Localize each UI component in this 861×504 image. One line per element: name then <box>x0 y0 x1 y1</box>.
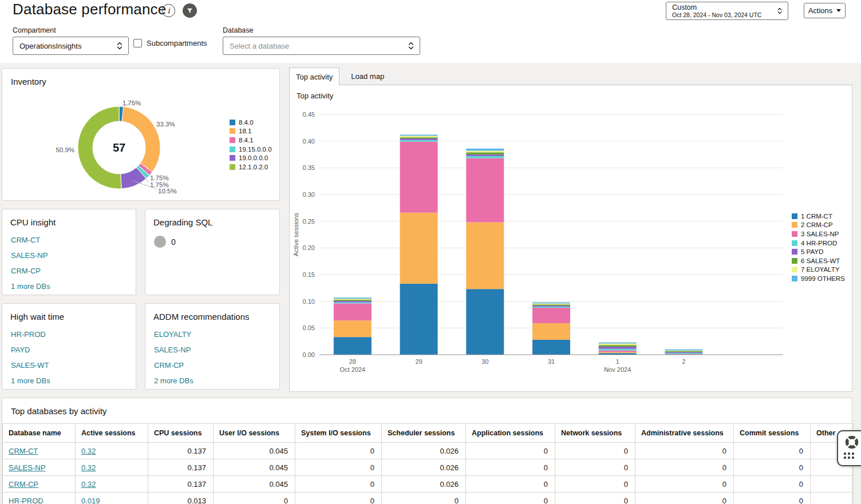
bar-segment <box>334 320 372 337</box>
legend-label: 9999 OTHERS <box>801 275 845 282</box>
table-cell: 0.137 <box>148 459 214 476</box>
table-header-cell[interactable]: Commit sessions <box>734 424 811 443</box>
time-range-label: Custom <box>672 3 777 11</box>
chart-legend-item[interactable]: 3 SALES-NP <box>792 229 845 239</box>
chart-legend-item[interactable]: 4 HR-PROD <box>792 239 845 248</box>
table-cell: 0 <box>734 493 811 504</box>
table-cell: 0 <box>295 493 382 504</box>
svg-text:0.10: 0.10 <box>303 298 315 305</box>
filter-icon[interactable] <box>183 3 197 18</box>
chart-legend-item[interactable]: 5 PAYD <box>792 247 845 256</box>
bar-segment <box>466 150 504 152</box>
inventory-legend-item: 12.1.0.2.0 <box>230 162 272 172</box>
table-cell: 0 <box>295 459 382 476</box>
legend-swatch <box>230 146 235 152</box>
chevron-updown-icon <box>408 41 414 51</box>
svg-text:0.25: 0.25 <box>303 218 315 225</box>
database-name-link[interactable]: SALES-NP <box>9 463 45 472</box>
table-cell: 0.137 <box>148 476 214 493</box>
table-header-cell[interactable]: Application sessions <box>466 424 555 443</box>
chart-legend-item[interactable]: 6 SALES-WT <box>792 256 845 265</box>
svg-text:Nov 2024: Nov 2024 <box>604 366 631 373</box>
high-wait-time-panel: High wait time HR-PROD PAYD SALES-WT 1 m… <box>2 303 136 390</box>
tab-top-activity[interactable]: Top activity <box>289 68 339 85</box>
bar-segment <box>599 352 637 353</box>
bar-segment <box>599 345 637 347</box>
bar-segment <box>665 352 702 353</box>
info-icon[interactable]: i <box>162 4 175 17</box>
chart-legend-item[interactable]: 1 CRM-CT <box>792 212 845 221</box>
table-header-cell[interactable]: Network sessions <box>555 424 635 443</box>
svg-text:1: 1 <box>616 358 619 365</box>
database-name-link[interactable]: HR-PROD <box>9 497 44 504</box>
activity-tabstrip: Top activity Load map <box>289 68 852 85</box>
database-name-link[interactable]: CRM-CT <box>9 447 38 455</box>
active-sessions-link[interactable]: 0.32 <box>81 447 96 455</box>
active-sessions-link[interactable]: 0.32 <box>81 463 96 472</box>
chart-legend-item[interactable]: 7 ELOYALTY <box>792 265 845 275</box>
database-name-link[interactable]: CRM-CP <box>9 480 38 489</box>
more-dbs-link[interactable]: 2 more DBs <box>154 376 193 385</box>
table-cell: 0 <box>734 443 811 459</box>
legend-label: 4 HR-PROD <box>801 240 837 247</box>
db-link[interactable]: SALES-NP <box>154 346 191 354</box>
legend-swatch <box>792 213 797 219</box>
degrading-sql-title: Degrading SQL <box>153 217 212 227</box>
table-cell: 0.137 <box>148 443 214 459</box>
bar-segment <box>599 351 637 352</box>
page-title: Database performance <box>13 1 166 18</box>
more-dbs-link[interactable]: 1 more DBs <box>11 376 50 385</box>
inventory-legend-item: 8.4.1 <box>230 136 272 145</box>
bar-segment <box>599 349 637 351</box>
table-header-cell[interactable]: Database name <box>3 424 76 443</box>
help-lifering-icon[interactable] <box>844 434 860 450</box>
db-link[interactable]: CRM-CP <box>11 267 41 275</box>
active-sessions-link[interactable]: 0.019 <box>81 497 100 504</box>
db-link[interactable]: CRM-CP <box>154 361 184 370</box>
top-databases-panel: Top databases by activity Database nameA… <box>2 398 852 504</box>
db-link[interactable]: PAYD <box>11 346 30 354</box>
table-header-cell[interactable]: CPU sessions <box>148 424 214 443</box>
database-performance-page: Database performance i Compartment Opera… <box>0 0 861 504</box>
db-link[interactable]: SALES-WT <box>11 361 49 370</box>
bar-segment <box>400 213 438 284</box>
legend-label: 6 SALES-WT <box>801 257 840 264</box>
db-link[interactable]: ELOYALTY <box>154 330 191 339</box>
table-header-cell[interactable]: System I/O sessions <box>295 424 382 443</box>
table-header-cell[interactable]: Active sessions <box>76 424 148 443</box>
db-link[interactable]: CRM-CT <box>11 236 40 244</box>
chevron-updown-icon <box>116 41 123 51</box>
bar-segment <box>334 303 372 320</box>
apps-grid-icon[interactable] <box>844 453 854 459</box>
more-dbs-link[interactable]: 1 more DBs <box>11 282 50 291</box>
table-cell: 0 <box>555 476 635 493</box>
compartment-select-value: OperationsInsights <box>13 42 116 50</box>
legend-label: 2 CRM-CP <box>801 221 833 228</box>
inventory-title: Inventory <box>11 77 46 86</box>
db-link[interactable]: HR-PROD <box>11 330 46 339</box>
legend-swatch <box>230 137 235 143</box>
tab-load-map[interactable]: Load map <box>345 68 390 85</box>
database-select[interactable]: Select a database <box>223 37 420 55</box>
chart-legend-item[interactable]: 2 CRM-CP <box>792 221 845 230</box>
legend-label: 12.1.0.2.0 <box>239 164 268 170</box>
chart-legend-item[interactable]: 9999 OTHERS <box>792 274 845 283</box>
bar-segment <box>665 350 702 351</box>
subcompartments-checkbox[interactable] <box>133 39 142 47</box>
legend-label: 8.4.0 <box>239 119 254 126</box>
table-cell: 0 <box>635 493 734 504</box>
compartment-select[interactable]: OperationsInsights <box>13 37 129 55</box>
active-sessions-link[interactable]: 0.32 <box>81 480 96 489</box>
actions-button[interactable]: Actions <box>804 3 846 18</box>
table-header-cell[interactable]: User I/O sessions <box>214 424 295 443</box>
bar-segment <box>665 353 702 354</box>
db-link[interactable]: SALES-NP <box>11 251 48 260</box>
time-range-select[interactable]: Custom Oct 28, 2024 - Nov 03, 2024 UTC <box>666 2 788 20</box>
table-header-cell[interactable]: Administrative sessions <box>635 424 734 443</box>
database-select-placeholder: Select a database <box>223 42 408 50</box>
svg-text:31: 31 <box>548 358 555 365</box>
table-cell: 0.026 <box>382 443 466 459</box>
table-row: SALES-NP0.320.1370.04500.0260000 <box>3 459 854 476</box>
table-header-cell[interactable]: Scheduler sessions <box>382 424 466 443</box>
bar-segment <box>532 303 570 304</box>
